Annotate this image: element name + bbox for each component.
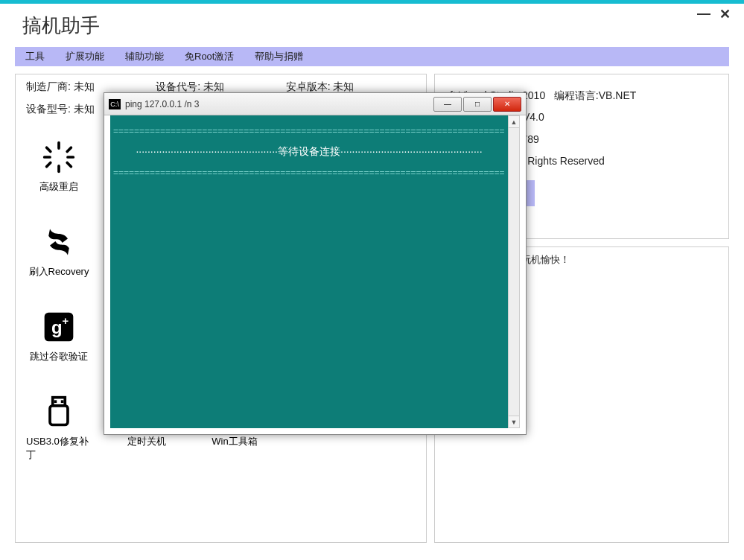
dialog-minimize-button[interactable]: — xyxy=(433,97,462,112)
menu-rootless[interactable]: 免Root激活 xyxy=(185,50,234,63)
tool-usb3-fix[interactable]: USB3.0修复补丁 xyxy=(26,393,92,462)
svg-rect-0 xyxy=(57,141,60,150)
tool-label: 定时关机 xyxy=(127,435,166,448)
menu-help-donate[interactable]: 帮助与捐赠 xyxy=(255,50,303,63)
scroll-up-icon[interactable]: ▲ xyxy=(509,116,519,128)
google-plus-icon: g+ xyxy=(40,308,77,346)
android-value: 未知 xyxy=(333,80,354,92)
separator-line: ========================================… xyxy=(113,168,505,178)
menu-assist[interactable]: 辅助功能 xyxy=(125,50,164,63)
console-scrollbar[interactable]: ▲ ▼ xyxy=(508,115,520,428)
svg-text:g: g xyxy=(51,317,63,337)
dialog-titlebar[interactable]: C:\ ping 127.0.0.1 /n 3 — □ ✕ xyxy=(104,93,526,115)
dialog-close-button[interactable]: ✕ xyxy=(493,97,521,112)
waiting-message: ········································… xyxy=(113,145,505,159)
info-lang: 编程语言:VB.NET xyxy=(554,89,636,101)
svg-rect-6 xyxy=(45,161,52,168)
menu-bar: 工具 扩展功能 辅助功能 免Root激活 帮助与捐赠 xyxy=(15,47,729,66)
tool-label: USB3.0修复补丁 xyxy=(26,435,92,462)
flash-icon xyxy=(40,223,77,261)
tool-label: 刷入Recovery xyxy=(29,265,89,279)
scroll-down-icon[interactable]: ▼ xyxy=(509,416,519,427)
console-output: ========================================… xyxy=(110,115,508,428)
svg-rect-7 xyxy=(66,146,73,153)
svg-rect-12 xyxy=(50,406,68,425)
menu-tools[interactable]: 工具 xyxy=(25,50,45,63)
close-button[interactable]: ✕ xyxy=(719,6,731,22)
model-label: 设备型号: xyxy=(26,103,71,115)
separator-line: ========================================… xyxy=(113,126,505,136)
svg-rect-1 xyxy=(57,165,60,173)
dialog-maximize-button[interactable]: □ xyxy=(463,97,492,112)
manufacturer-value: 未知 xyxy=(74,80,95,92)
usb-icon xyxy=(40,393,77,430)
codename-label: 设备代号: xyxy=(156,80,200,92)
app-title: 搞机助手 xyxy=(22,13,100,39)
android-label: 安卓版本: xyxy=(286,80,331,92)
model-value: 未知 xyxy=(74,103,95,115)
tool-skip-google[interactable]: g+ 跳过谷歌验证 xyxy=(26,308,92,363)
console-dialog: C:\ ping 127.0.0.1 /n 3 — □ ✕ ==========… xyxy=(104,92,527,435)
tool-flash-recovery[interactable]: 刷入Recovery xyxy=(26,223,92,279)
tool-advanced-reboot[interactable]: 高级重启 xyxy=(26,139,92,194)
tool-label: 跳过谷歌验证 xyxy=(30,350,88,363)
svg-rect-2 xyxy=(43,156,51,159)
svg-rect-5 xyxy=(66,161,73,168)
dialog-title: ping 127.0.0.1 /n 3 xyxy=(125,99,432,109)
minimize-button[interactable]: — xyxy=(697,6,710,22)
cmd-icon: C:\ xyxy=(109,99,121,109)
manufacturer-label: 制造厂商: xyxy=(26,80,71,92)
svg-rect-4 xyxy=(45,146,52,153)
spinner-icon xyxy=(40,139,77,176)
svg-text:+: + xyxy=(63,315,69,327)
codename-value: 未知 xyxy=(203,80,224,92)
svg-rect-3 xyxy=(66,156,74,159)
tool-label: 高级重启 xyxy=(39,180,78,194)
tool-label: Win工具箱 xyxy=(212,435,257,448)
menu-extensions[interactable]: 扩展功能 xyxy=(66,50,104,63)
